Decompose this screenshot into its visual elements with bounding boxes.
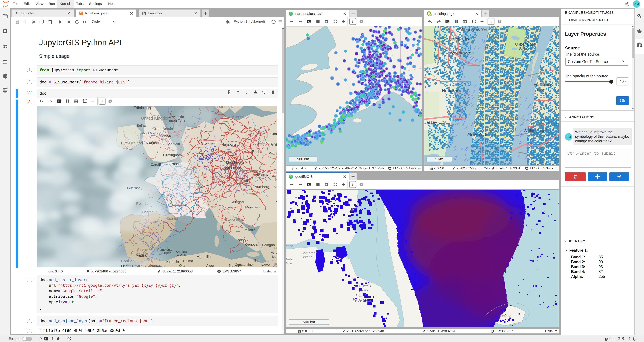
svg-text:Frankfurt: Frankfurt (234, 175, 248, 179)
svg-text:Poznan: Poznan (269, 151, 277, 155)
svg-text:Malta: Malta (272, 264, 277, 268)
svg-text:Edinburgh: Edinburgh (133, 106, 151, 110)
svg-text:Hamburg: Hamburg (221, 142, 236, 146)
svg-text:Genova: Genova (245, 243, 258, 246)
svg-text:Guernsey: Guernsey (127, 186, 142, 190)
svg-text:i: i (490, 20, 492, 23)
svg-text:Torino: Torino (236, 238, 246, 242)
svg-text:Wien: Wien (276, 201, 277, 204)
svg-text:Roma: Roma (261, 263, 270, 267)
svg-text:$_: $_ (308, 183, 310, 186)
svg-text:Portugal: Portugal (121, 259, 136, 263)
svg-text:Upper East: Upper East (515, 42, 535, 46)
svg-text:Oran: Oran (179, 264, 186, 268)
svg-text:Williamsburg: Williamsburg (524, 128, 546, 133)
svg-text:Bologna: Bologna (262, 243, 275, 247)
svg-text:Rennes: Rennes (136, 202, 148, 205)
svg-text:Danmark: Danmark (217, 106, 233, 109)
svg-text:Wroclaw: Wroclaw (271, 174, 277, 178)
svg-text:Somerset: Somerset (301, 251, 317, 255)
svg-text:Side: Side (519, 46, 527, 51)
svg-text:Deutschland: Deutschland (237, 169, 258, 173)
svg-text:Andorra: Andorra (176, 250, 187, 254)
svg-text:upon Tyne: upon Tyne (169, 118, 186, 122)
svg-text:España: España (147, 258, 160, 262)
svg-text:Stuttgart: Stuttgart (230, 200, 244, 204)
svg-text:Magdeburg: Magdeburg (226, 160, 244, 164)
svg-text:Island -: Island - (356, 294, 368, 298)
svg-text:München: München (245, 205, 260, 209)
svg-text:Schweiz/Suisse: Schweiz/Suisse (221, 218, 244, 222)
svg-text:Szczecin: Szczecin (255, 141, 269, 145)
svg-text:France: France (167, 217, 178, 221)
svg-text:ᐙᐙᓐᑦᑐ: ᐙᐙᓐᑦᑐ (358, 284, 371, 288)
svg-text:i: i (102, 99, 102, 103)
svg-text:Birmingham: Birmingham (163, 153, 182, 157)
svg-text:Weehawken: Weehawken (450, 50, 474, 55)
svg-text:i: i (352, 183, 353, 186)
svg-text:Newcastle: Newcastle (168, 115, 184, 119)
svg-text:Marseille: Marseille (196, 255, 211, 259)
svg-text:Valencia: Valencia (166, 260, 179, 264)
svg-text:United Kingdom: United Kingdom (141, 116, 171, 120)
svg-text:2 km: 2 km (435, 157, 443, 161)
svg-text:Milano: Milano (244, 227, 255, 231)
svg-text:land: land (286, 261, 292, 265)
svg-text:New York: New York (468, 132, 488, 137)
svg-text:Gibraltar: Gibraltar (150, 265, 163, 268)
svg-text:Long Island: Long Island (532, 83, 552, 87)
svg-text:- Baffin: - Baffin (357, 289, 368, 293)
svg-text:Düsseldorf: Düsseldorf (224, 165, 241, 169)
svg-text:Jersey City: Jersey City (424, 120, 446, 125)
svg-text:Island: Island (502, 314, 512, 318)
svg-text:Dresden: Dresden (254, 173, 268, 177)
svg-text:Constantine: Constantine (235, 263, 253, 266)
svg-text:Nantes: Nantes (142, 210, 154, 214)
svg-text:Hrvatska: Hrvatska (274, 246, 277, 250)
svg-text:$_: $_ (45, 338, 48, 340)
svg-text:Bari: Bari (254, 259, 260, 262)
svg-text:Eire / Ireland: Eire / Ireland (121, 141, 143, 145)
svg-text:Berlin: Berlin (252, 150, 262, 154)
svg-text:Iruña: Iruña (164, 251, 172, 255)
svg-text:$_: $_ (308, 20, 310, 23)
svg-text:Great Britain: Great Britain (152, 127, 173, 131)
svg-text:Island: Island (303, 255, 312, 259)
svg-text:Cesko: Cesko (272, 185, 277, 189)
svg-text:Union City: Union City (449, 36, 469, 41)
svg-text:y León: y León (138, 252, 148, 255)
svg-text:West New York: West New York (460, 27, 490, 32)
svg-text:$_: $_ (58, 100, 60, 103)
svg-text:Bydgoszcz: Bydgoszcz (270, 142, 277, 146)
svg-text:500 km: 500 km (303, 320, 315, 324)
svg-text:Nürnberg: Nürnberg (254, 185, 269, 189)
svg-text:Île de Baffin: Île de Baffin (353, 298, 372, 303)
svg-text:Citta di San: Citta di San (271, 252, 277, 255)
svg-text:Alger: Alger (206, 264, 214, 268)
svg-text:Isle of Man: Isle of Man (140, 132, 156, 135)
svg-text:Gdansk: Gdansk (270, 132, 277, 136)
svg-text:København: København (232, 115, 250, 119)
svg-text:City: City (537, 88, 544, 92)
svg-text:500 km: 500 km (297, 157, 309, 161)
svg-text:Hoboken: Hoboken (442, 88, 459, 93)
svg-text:London: London (170, 162, 183, 166)
svg-text:Groningen: Groningen (201, 141, 217, 145)
svg-text:ance: ance (286, 244, 293, 248)
svg-text:Marino: Marino (272, 255, 277, 258)
svg-text:Lisboa: Lisboa (121, 264, 132, 268)
svg-text:i: i (352, 20, 353, 23)
svg-text:Belfast: Belfast (137, 123, 148, 127)
svg-text:Vales: Vales (286, 258, 294, 261)
svg-text:Cardiff: Cardiff (150, 163, 161, 166)
svg-text:Pamplona: Pamplona (157, 248, 172, 251)
svg-text:$_: $_ (446, 20, 449, 23)
svg-text:Leeds: Leeds (161, 134, 171, 137)
svg-text:Sevilla: Sevilla (132, 264, 142, 268)
svg-text:Castilla: Castilla (137, 248, 148, 252)
svg-text:Sheffield: Sheffield (166, 142, 180, 146)
svg-text:Palma: Palma (183, 259, 193, 263)
svg-text:Manchester: Manchester (146, 141, 165, 145)
svg-text:am Main: am Main (234, 178, 248, 182)
svg-text:la Vella: la Vella (176, 253, 187, 257)
